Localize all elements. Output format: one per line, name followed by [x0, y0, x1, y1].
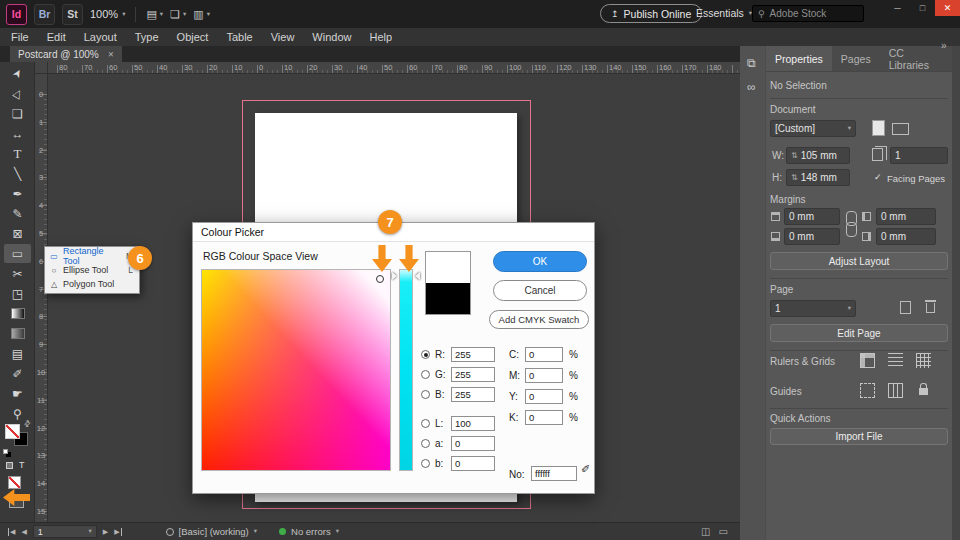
maximize-button[interactable]: □ [910, 0, 935, 16]
import-file-button[interactable]: Import File [770, 428, 948, 445]
column-guides-icon[interactable] [888, 383, 903, 398]
radio-button[interactable] [421, 370, 430, 379]
show-rulers-icon[interactable] [860, 353, 875, 368]
panel-tab[interactable]: Pages [832, 46, 880, 71]
line-tool[interactable]: ╲ [4, 164, 31, 183]
menu-item[interactable]: Object [168, 31, 218, 43]
page-count-field[interactable]: 1 [890, 147, 948, 164]
fit-view-icon[interactable]: ▭ [719, 526, 728, 537]
rectangle-frame-tool[interactable]: ⊠ [4, 224, 31, 243]
direct-selection-tool[interactable]: ▷ [4, 84, 31, 103]
page-number-dropdown[interactable]: 1 ▾ [770, 300, 856, 317]
scissors-tool[interactable]: ✂ [4, 264, 31, 283]
radio-button[interactable] [421, 390, 430, 399]
document-preset-dropdown[interactable]: [Custom] ▾ [770, 120, 856, 137]
adobe-stock-search-input[interactable]: ⚲ Adobe Stock [752, 5, 864, 22]
eyedropper-tool[interactable]: ✐ [4, 364, 31, 383]
last-page-button[interactable]: ▶ [114, 528, 121, 536]
colour-selector-ring[interactable] [376, 275, 384, 283]
stock-icon[interactable]: St [62, 4, 83, 25]
screen-mode-dropdown[interactable]: ❏ ▾ [170, 8, 186, 21]
pen-tool[interactable]: ✒ [4, 184, 31, 203]
horizontal-ruler[interactable]: 8070605040302010010203040506070809010011… [48, 62, 740, 74]
hue-slider-marker-right[interactable] [415, 272, 420, 280]
ok-button[interactable]: OK [493, 251, 587, 272]
bridge-icon[interactable]: Br [34, 4, 55, 25]
colour-field[interactable] [201, 269, 391, 471]
margin-bottom-field[interactable]: 0 mm [784, 228, 840, 245]
close-tab-icon[interactable]: ✕ [108, 50, 114, 59]
insert-page-icon[interactable] [900, 301, 911, 314]
libraries-dock-icon[interactable]: ∞ [747, 80, 756, 94]
pencil-tool[interactable]: ✎ [4, 204, 31, 223]
close-window-button[interactable]: ✕ [935, 0, 960, 16]
component-value-field[interactable]: 0 [525, 389, 563, 404]
facing-pages-checkbox[interactable]: ✓ [874, 172, 882, 182]
component-value-field[interactable]: 0 [451, 436, 495, 451]
menu-item[interactable]: View [262, 31, 304, 43]
component-value-field[interactable]: 255 [451, 367, 495, 382]
menu-item[interactable]: Type [126, 31, 168, 43]
margin-top-field[interactable]: 0 mm [784, 208, 840, 225]
selection-tool[interactable]: ➤ [4, 64, 31, 83]
component-value-field[interactable]: 0 [525, 347, 563, 362]
minimize-button[interactable]: ─ [885, 0, 910, 16]
flyout-menu-item[interactable]: ○ Ellipse Tool L [45, 263, 139, 277]
component-value-field[interactable]: 255 [451, 387, 495, 402]
adjust-layout-button[interactable]: Adjust Layout [770, 252, 948, 270]
radio-button[interactable] [421, 459, 430, 468]
note-tool[interactable]: ▤ [4, 344, 31, 363]
rectangle-tool[interactable]: ▭ [4, 244, 31, 263]
lock-guides-icon[interactable] [919, 388, 928, 395]
hand-tool[interactable]: ☛ [4, 384, 31, 403]
hue-slider-marker-left[interactable] [392, 272, 397, 280]
hex-value-field[interactable]: ffffff [531, 466, 577, 481]
component-value-field[interactable]: 255 [451, 347, 495, 362]
radio-button[interactable] [421, 419, 430, 428]
component-value-field[interactable]: 0 [525, 368, 563, 383]
edit-page-button[interactable]: Edit Page [770, 324, 948, 342]
panel-scrollbar[interactable] [952, 46, 960, 540]
previous-page-button[interactable]: ◀ [21, 528, 26, 536]
next-page-button[interactable]: ▶ [103, 528, 108, 536]
menu-item[interactable]: Edit [38, 31, 75, 43]
formatting-affects-container-icon[interactable] [6, 462, 13, 469]
publish-online-button[interactable]: ↥ Publish Online [600, 4, 702, 23]
delete-page-icon[interactable] [926, 303, 935, 313]
radio-button[interactable] [421, 439, 430, 448]
first-page-button[interactable]: ◀ [8, 528, 15, 536]
page-tool[interactable]: ❏ [4, 104, 31, 123]
component-value-field[interactable]: 0 [451, 456, 495, 471]
flyout-menu-item[interactable]: ▭ Rectangle Tool M [45, 249, 139, 263]
menu-item[interactable]: Layout [75, 31, 126, 43]
panel-overflow-icon[interactable]: » [941, 40, 947, 51]
workspace-dropdown[interactable]: Essentials ▾ [696, 7, 752, 19]
split-view-icon[interactable]: ◫ [701, 526, 710, 537]
document-grid-icon[interactable] [916, 353, 931, 368]
stepper-icon[interactable]: ⇅ [791, 173, 798, 182]
margin-left-field[interactable]: 0 mm [876, 208, 936, 225]
stepper-icon[interactable]: ⇅ [791, 151, 798, 160]
fill-colour-swatch[interactable] [5, 424, 20, 439]
preflight-menu[interactable]: [Basic] (working) ▾ [166, 526, 257, 537]
preflight-status[interactable]: No errors ▾ [279, 526, 339, 537]
properties-dock-icon[interactable]: ⧉ [747, 56, 756, 70]
current-page-dropdown[interactable]: 1 ▾ [33, 525, 97, 538]
document-tab[interactable]: Postcard @ 100% ✕ [10, 46, 122, 62]
default-fill-stroke-icon[interactable] [3, 449, 8, 454]
gap-tool[interactable]: ↔ [4, 124, 31, 143]
free-transform-tool[interactable]: ◳ [4, 284, 31, 303]
arrange-documents-dropdown[interactable]: ▥ ▾ [193, 8, 210, 21]
panel-tab[interactable]: Properties [766, 46, 832, 71]
flyout-menu-item[interactable]: △ Polygon Tool [45, 277, 139, 291]
view-options-dropdown[interactable]: ▤ ▾ [146, 8, 163, 21]
radio-button[interactable] [421, 350, 430, 359]
margin-right-field[interactable]: 0 mm [876, 228, 936, 245]
gradient-feather-tool[interactable] [4, 324, 31, 343]
menu-item[interactable]: File [2, 31, 38, 43]
zoom-level-dropdown[interactable]: 100% ▾ [90, 8, 125, 20]
ruler-origin-corner[interactable] [35, 62, 48, 74]
add-cmyk-swatch-button[interactable]: Add CMYK Swatch [489, 310, 589, 329]
link-margins-icon[interactable] [846, 211, 855, 237]
vertical-ruler[interactable]: 0123456789101112131415 [35, 74, 48, 522]
